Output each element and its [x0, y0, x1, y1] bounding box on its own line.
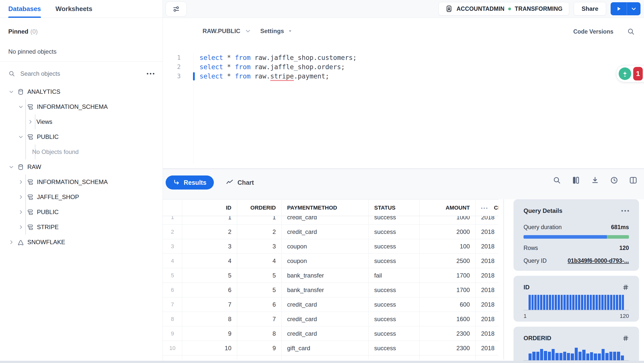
column-header-created[interactable]: CREATED	[476, 200, 498, 216]
schema-icon	[27, 104, 34, 110]
column-header-orderid[interactable]: ORDERID	[237, 200, 282, 216]
table-row[interactable]: 776credit_cardsuccess6002018	[163, 297, 498, 312]
tree-item-information-schema[interactable]: INFORMATION_SCHEMA	[0, 174, 163, 190]
results-search-icon[interactable]	[553, 176, 561, 185]
table-cell: 1700	[420, 283, 476, 297]
table-cell	[182, 355, 237, 359]
table-cell: 4	[182, 254, 237, 268]
triangle-down-icon	[288, 29, 292, 33]
table-row[interactable]: 10109gift_cardsuccess23002018	[163, 341, 498, 355]
split-panel-icon[interactable]	[629, 176, 637, 185]
chevron-right-icon[interactable]	[18, 194, 24, 200]
column-header-id[interactable]: ID	[182, 200, 237, 216]
table-cell: 2	[237, 225, 282, 239]
tree-item-stripe[interactable]: STRIPE	[0, 220, 163, 235]
histogram-bar	[609, 352, 612, 361]
filters-button[interactable]	[166, 2, 187, 17]
columns-icon[interactable]	[572, 176, 580, 185]
histogram-bar	[578, 352, 582, 361]
line-number: 1	[163, 53, 181, 62]
settings-dropdown[interactable]: Settings	[260, 28, 292, 35]
histogram-bar	[555, 353, 558, 361]
table-cell: 8	[163, 312, 182, 326]
table-cell: 2018	[476, 341, 498, 355]
tree-item-label: STRIPE	[37, 224, 59, 231]
progress-segment-execution	[524, 235, 607, 239]
tab-databases[interactable]: Databases	[8, 0, 41, 18]
tree-item-label: ANALYTICS	[27, 88, 60, 95]
query-history-clock-icon[interactable]	[610, 176, 618, 185]
tree-item-analytics[interactable]: ANALYTICS	[0, 84, 163, 99]
editor-search-icon[interactable]	[627, 28, 635, 36]
orderid-histogram-bars	[529, 348, 624, 361]
query-details-menu-icon[interactable]	[621, 210, 629, 212]
sql-code-text: select * from raw.jaffle_shop.customers;	[200, 53, 357, 62]
tree-item-information-schema[interactable]: INFORMATION_SCHEMA	[0, 99, 163, 114]
sql-line[interactable]: 2select * from raw.jaffle_shop.orders;	[163, 62, 644, 72]
column-menu-icon[interactable]	[481, 208, 487, 209]
table-row[interactable]: 665bank_transfersuccess17002018	[163, 283, 498, 297]
chevron-right-icon[interactable]	[8, 239, 14, 245]
sql-line[interactable]: 1select * from raw.jaffle_shop.customers…	[163, 53, 644, 62]
run-button[interactable]	[611, 2, 627, 15]
table-row[interactable]: 887credit_cardsuccess16002018	[163, 312, 498, 326]
chevron-down-icon[interactable]	[8, 89, 14, 95]
column-header-amount[interactable]: AMOUNT	[420, 200, 476, 216]
share-button[interactable]: Share	[574, 2, 606, 16]
sidebar-more-menu-icon[interactable]	[147, 73, 154, 74]
histogram-bar	[549, 295, 551, 310]
table-row[interactable]: 555bank_transferfail17002018	[163, 268, 498, 283]
chevron-right-icon[interactable]	[27, 119, 33, 125]
query-id-link[interactable]: 01b349f6-0000-d793-...	[568, 257, 629, 264]
tree-item-public[interactable]: PUBLIC	[0, 129, 163, 144]
table-row[interactable]: 11	[163, 355, 498, 359]
table-cell: 8	[182, 312, 237, 326]
tab-chart[interactable]: Chart	[226, 179, 254, 186]
table-row[interactable]: 998credit_cardsuccess23002018	[163, 326, 498, 341]
database-schema-selector[interactable]: RAW.PUBLIC	[203, 28, 251, 35]
tab-results[interactable]: Results	[166, 175, 214, 190]
tab-worksheets[interactable]: Worksheets	[55, 0, 92, 18]
download-icon[interactable]	[591, 176, 599, 185]
numeric-hash-icon[interactable]	[622, 284, 629, 291]
histogram-bar	[559, 353, 562, 361]
table-cell: coupon	[282, 239, 369, 253]
copilot-suggestion-pill[interactable]: 1	[616, 65, 644, 82]
chevron-right-icon[interactable]	[18, 209, 24, 215]
tree-item-views[interactable]: Views	[0, 114, 163, 129]
histogram-bar	[563, 295, 566, 310]
chevron-down-icon[interactable]	[18, 134, 24, 140]
chevron-down-icon[interactable]	[8, 164, 14, 170]
code-versions-button[interactable]: Code Versions	[573, 28, 613, 35]
tree-item-raw[interactable]: RAW	[0, 159, 163, 174]
column-header-paymentmethod[interactable]: PAYMENTMETHOD	[282, 200, 369, 216]
histogram-bar	[569, 295, 572, 310]
column-header-status[interactable]: STATUS	[369, 200, 420, 216]
tree-item-public[interactable]: PUBLIC	[0, 205, 163, 220]
tree-item-jaffle-shop[interactable]: JAFFLE_SHOP	[0, 190, 163, 205]
table-cell: 9	[163, 326, 182, 341]
table-row[interactable]: 222credit_cardsuccess20002018	[163, 225, 498, 239]
chevron-down-icon[interactable]	[18, 104, 24, 110]
column-header-rownum[interactable]	[163, 200, 182, 216]
search-objects-input[interactable]	[20, 70, 142, 77]
context-role-warehouse-button[interactable]: ACCOUNTADMIN TRANSFORMING	[438, 2, 569, 16]
histogram-bar	[590, 295, 592, 310]
numeric-hash-icon[interactable]	[622, 335, 629, 341]
table-row[interactable]: 444couponsuccess25002018	[163, 254, 498, 268]
sql-line[interactable]: 3select * from raw.stripe.payment;	[163, 72, 644, 81]
tree-item-snowflake[interactable]: SNOWFLAKE	[0, 235, 163, 250]
object-tree: ANALYTICSINFORMATION_SCHEMAViewsPUBLICNo…	[0, 84, 163, 250]
table-cell	[420, 355, 476, 359]
table-cell: 3	[182, 239, 237, 253]
table-row[interactable]: 333couponsuccess1002018	[163, 239, 498, 254]
table-vertical-scrollbar[interactable]	[503, 199, 504, 359]
search-icon	[8, 70, 15, 77]
run-options-chevron[interactable]	[627, 2, 640, 15]
chevron-right-icon[interactable]	[18, 224, 24, 230]
schema-icon	[27, 224, 34, 231]
horizontal-scrollbar[interactable]	[0, 361, 644, 363]
chevron-right-icon[interactable]	[18, 179, 24, 185]
table-cell	[476, 355, 498, 359]
table-cell: 10	[182, 341, 237, 355]
